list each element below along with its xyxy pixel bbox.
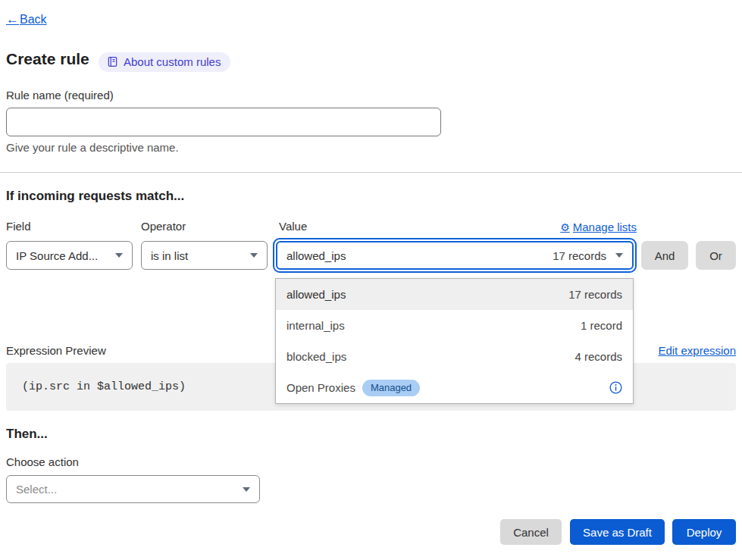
book-icon	[107, 56, 118, 67]
dropdown-option-allowed-ips[interactable]: allowed_ips 17 records	[276, 279, 633, 310]
dropdown-option-internal-ips[interactable]: internal_ips 1 record	[276, 310, 633, 341]
cancel-button[interactable]: Cancel	[500, 519, 562, 545]
or-button[interactable]: Or	[696, 241, 736, 270]
managed-badge: Managed	[362, 380, 420, 396]
field-label: Field	[6, 220, 31, 233]
expression-preview-label: Expression Preview	[6, 344, 106, 357]
manage-lists-link[interactable]: ⚙ Manage lists	[560, 221, 637, 233]
field-select-value: IP Source Add...	[16, 249, 98, 262]
and-button[interactable]: And	[641, 241, 688, 270]
operator-select-value: is in list	[151, 249, 188, 262]
option-name: allowed_ips	[286, 288, 346, 301]
section-divider	[0, 172, 742, 173]
option-name: Open Proxies	[286, 381, 355, 394]
value-dropdown-panel: allowed_ips 17 records internal_ips 1 re…	[275, 278, 634, 404]
manage-lists-label: Manage lists	[573, 221, 637, 233]
gear-icon: ⚙	[560, 221, 570, 233]
action-select[interactable]: Select...	[6, 475, 260, 503]
operator-select[interactable]: is in list	[141, 241, 268, 270]
option-record-count: 4 records	[575, 350, 622, 363]
option-name: blocked_ips	[286, 350, 346, 363]
value-combobox[interactable]: allowed_ips 17 records	[276, 241, 634, 270]
rule-name-input[interactable]	[6, 108, 441, 136]
info-icon[interactable]	[609, 381, 622, 394]
value-combobox-selected: allowed_ips	[286, 249, 346, 262]
back-arrow-icon: ←	[6, 12, 19, 27]
about-badge-label: About custom rules	[124, 55, 221, 68]
rule-name-label: Rule name (required)	[6, 89, 114, 102]
option-record-count: 17 records	[568, 288, 622, 301]
value-combobox-focus-ring: allowed_ips 17 records	[273, 238, 637, 273]
back-link[interactable]: ← Back	[6, 12, 47, 27]
chevron-down-icon	[250, 253, 258, 258]
choose-action-label: Choose action	[6, 455, 79, 468]
edit-expression-link[interactable]: Edit expression	[658, 344, 736, 357]
match-section-heading: If incoming requests match...	[6, 189, 184, 204]
field-select[interactable]: IP Source Add...	[6, 241, 133, 270]
option-record-count: 1 record	[581, 319, 622, 332]
page-title: Create rule	[6, 50, 89, 68]
chevron-down-icon	[115, 253, 123, 258]
value-combobox-meta: 17 records	[553, 249, 606, 262]
value-label: Value	[279, 220, 307, 233]
back-link-label: Back	[20, 13, 47, 27]
dropdown-option-open-proxies[interactable]: Open Proxies Managed	[276, 372, 633, 403]
chevron-down-icon	[615, 253, 623, 258]
expression-code: (ip.src in $allowed_ips)	[22, 380, 186, 393]
dropdown-option-blocked-ips[interactable]: blocked_ips 4 records	[276, 341, 633, 372]
rule-name-helper: Give your rule a descriptive name.	[6, 141, 179, 154]
deploy-button[interactable]: Deploy	[672, 519, 736, 545]
then-section-heading: Then...	[6, 427, 48, 442]
about-custom-rules-link[interactable]: About custom rules	[99, 52, 230, 72]
chevron-down-icon	[243, 487, 250, 492]
option-name: internal_ips	[286, 319, 345, 332]
save-as-draft-button[interactable]: Save as Draft	[570, 519, 665, 545]
operator-label: Operator	[141, 220, 186, 233]
action-select-placeholder: Select...	[16, 483, 57, 496]
